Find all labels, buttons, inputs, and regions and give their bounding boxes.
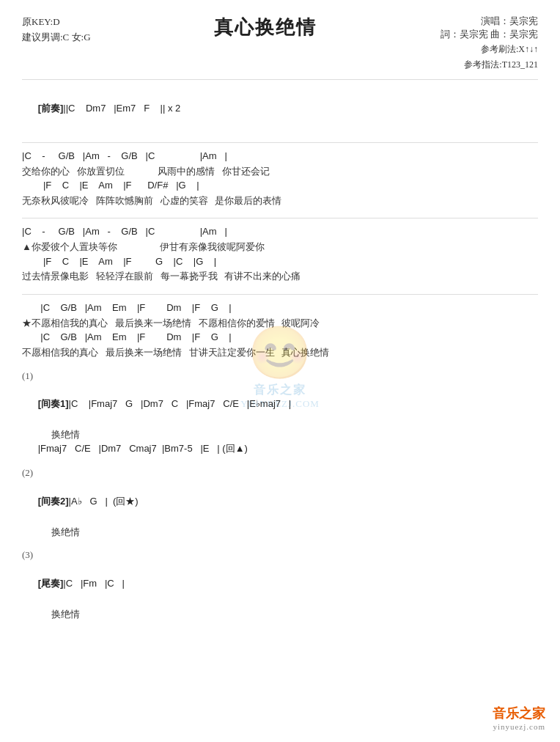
verse2-chord-line1: |C - G/B |Am - G/B |C |Am |: [22, 224, 538, 240]
footer-brand: 音乐之家: [493, 705, 545, 722]
section-1-block: (1) [间奏1]|C |Fmaj7 G |Dm7 C |Fmaj7 C/E |…: [22, 370, 538, 458]
interlude1-chords1: |C |Fmaj7 G |Dm7 C |Fmaj7 C/E |E♭maj7 |: [69, 398, 292, 409]
prelude-line: [前奏]||C Dm7 |Em7 F || x 2: [22, 86, 538, 131]
outro-label: [尾奏]: [38, 578, 64, 589]
original-key: 原KEY:D: [22, 15, 91, 30]
divider-2: [22, 218, 538, 218]
interlude2-chords: |A♭ G | (回★): [69, 496, 139, 507]
ref-strum: 参考刷法:X↑↓↑: [441, 43, 538, 56]
header-left: 原KEY:D 建议男调:C 女:G: [22, 15, 91, 72]
interlude1-lyrics1: 换绝情: [22, 427, 538, 442]
lyrics-label: 詞：吴宗宪 曲：吴宗宪: [441, 28, 538, 41]
interlude1-line: [间奏1]|C |Fmaj7 G |Dm7 C |Fmaj7 C/E |E♭ma…: [22, 382, 538, 427]
section-2-label: (2): [22, 467, 538, 479]
outro-line: [尾奏]|C |Fm |C |: [22, 561, 538, 606]
outro-chords: |C |Fm |C |: [63, 578, 125, 589]
section-3-label: (3): [22, 549, 538, 561]
section-3-block: (3) [尾奏]|C |Fm |C | 换绝情: [22, 549, 538, 621]
chorus-chord-line1: |C G/B |Am Em |F Dm |F G |: [22, 301, 538, 316]
divider-top: [22, 79, 538, 80]
footer-logo: 音乐之家 yinyuezj.com: [493, 705, 545, 731]
ref-finger: 参考指法:T123_121: [441, 58, 538, 72]
verse1-lyrics-line1: 交给你的心 你放置切位 风雨中的感情 你甘还会记: [22, 164, 538, 179]
section-1-label: (1): [22, 370, 538, 382]
singer-label: 演唱：吴宗宪: [441, 15, 538, 28]
page: 原KEY:D 建议男调:C 女:G 真心换绝情 演唱：吴宗宪 詞：吴宗宪 曲：吴…: [0, 0, 560, 742]
section-2-block: (2) [间奏2]|A♭ G | (回★) 换绝情: [22, 467, 538, 539]
chorus-special-line1: ★不愿相信我的真心 最后换来一场绝情 不愿相信你的爱情 彼呢阿冷: [22, 316, 538, 331]
prelude-label: [前奏]: [38, 103, 64, 114]
interlude2-line: [间奏2]|A♭ G | (回★): [22, 479, 538, 524]
verse2-special-line: ▲你爱彼个人置块等你 伊甘有亲像我彼呢阿爱你: [22, 240, 538, 254]
verse2-chord-line2: |F C |E Am |F G |C |G |: [22, 254, 538, 270]
footer-url: yinyuezj.com: [493, 722, 545, 731]
verse2-section: |C - G/B |Am - G/B |C |Am | ▲你爱彼个人置块等你 伊…: [22, 224, 538, 284]
verse1-chord-line2: |F C |E Am |F D/F# |G |: [22, 178, 538, 194]
interlude2-label: [间奏2]: [38, 496, 69, 507]
header-center: 真心换绝情: [91, 15, 441, 72]
header-right: 演唱：吴宗宪 詞：吴宗宪 曲：吴宗宪 参考刷法:X↑↓↑ 参考指法:T123_1…: [441, 15, 538, 72]
interlude1-label: [间奏1]: [38, 398, 69, 409]
chorus-section: |C G/B |Am Em |F Dm |F G | ★不愿相信我的真心 最后换…: [22, 301, 538, 360]
verse1-lyrics-line2: 无奈秋风彼呢冷 阵阵吹憾胸前 心虚的笑容 是你最后的表情: [22, 194, 538, 208]
chorus-chord-line2: |C G/B |Am Em |F Dm |F G |: [22, 330, 538, 345]
prelude-section: [前奏]||C Dm7 |Em7 F || x 2: [22, 86, 538, 131]
interlude2-lyrics: 换绝情: [22, 525, 538, 540]
prelude-chords: ||C Dm7 |Em7 F || x 2: [63, 103, 180, 114]
verse1-chord-line1: |C - G/B |Am - G/B |C |Am |: [22, 149, 538, 164]
interlude1-chords2: |Fmaj7 C/E |Dm7 Cmaj7 |Bm7-5 |E | (回▲): [22, 441, 538, 457]
header: 原KEY:D 建议男调:C 女:G 真心换绝情 演唱：吴宗宪 詞：吴宗宪 曲：吴…: [22, 15, 538, 72]
verse2-lyrics-line2: 过去情景像电影 轻轻浮在眼前 每一幕挠乎我 有讲不出来的心痛: [22, 269, 538, 284]
divider-3: [22, 294, 538, 295]
song-title: 真心换绝情: [91, 15, 441, 40]
outro-lyrics: 换绝情: [22, 607, 538, 622]
chorus-special-line2: 不愿相信我的真心 最后换来一场绝情 甘讲天註定爱你一生 真心换绝情: [22, 345, 538, 360]
divider-1: [22, 142, 538, 143]
suggested-key: 建议男调:C 女:G: [22, 30, 91, 45]
verse1-section: |C - G/B |Am - G/B |C |Am | 交给你的心 你放置切位 …: [22, 149, 538, 208]
